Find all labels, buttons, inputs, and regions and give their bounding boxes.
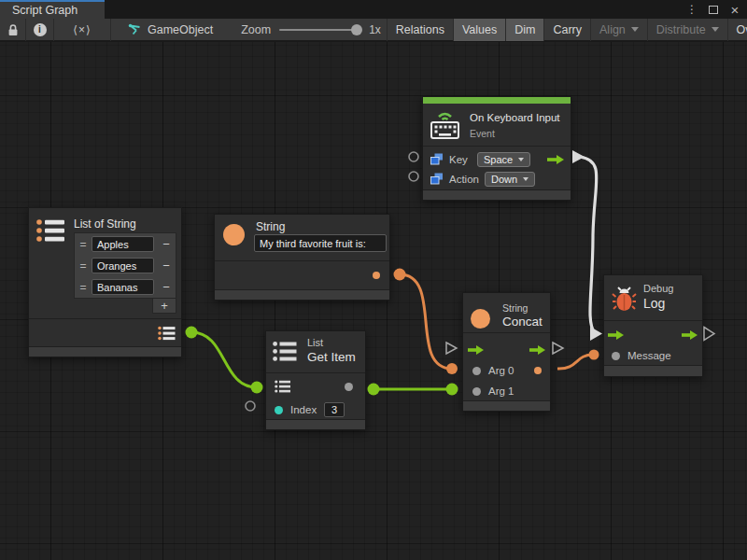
zoom-slider[interactable]	[279, 29, 361, 31]
remove-item-button[interactable]: −	[157, 259, 176, 273]
node-category: String	[502, 302, 528, 314]
node-footer	[604, 365, 702, 376]
action-port-label: Action	[449, 174, 479, 185]
remove-item-button[interactable]: −	[157, 237, 176, 251]
event-accent-bar	[423, 97, 571, 104]
zoom-slider-thumb[interactable]	[351, 24, 362, 35]
node-body	[215, 260, 389, 289]
flow-input-arrow-icon	[468, 345, 484, 355]
gameobject-reference[interactable]: GameObject	[128, 23, 213, 36]
key-dropdown[interactable]: Space	[477, 152, 530, 167]
result-output-dot	[534, 367, 542, 374]
list-output-icon	[158, 326, 176, 341]
list-item-field[interactable]: Bananas	[92, 279, 154, 295]
info-icon	[34, 23, 47, 36]
overview-button[interactable]: Overview	[727, 19, 747, 41]
flow-output-arrow-icon	[547, 155, 564, 164]
gameobject-label: GameObject	[148, 23, 213, 36]
relations-button[interactable]: Relations	[387, 19, 453, 41]
node-title: Get Item	[307, 350, 356, 364]
key-port-label: Key	[449, 154, 472, 165]
add-item-button[interactable]: +	[152, 298, 176, 314]
node-category: Debug	[643, 283, 673, 294]
window-controls	[685, 0, 745, 19]
index-label: Index	[290, 404, 317, 415]
variable-icon	[430, 173, 444, 185]
flow-input-arrow-icon	[608, 330, 624, 340]
align-dropdown[interactable]: Align	[590, 19, 647, 41]
list-item-row: = Bananas −	[75, 276, 176, 298]
tab-title: Script Graph	[12, 4, 78, 17]
arg0-input-dot	[472, 367, 481, 375]
node-body: Index 3	[266, 372, 365, 420]
drag-handle[interactable]: =	[75, 259, 92, 273]
node-body: Arg 0 Arg 1	[463, 332, 550, 401]
window-menu-icon[interactable]	[685, 2, 698, 17]
node-list-of-string[interactable]: List of String = Apples − = Oranges − = …	[28, 207, 182, 357]
node-body: Key Space Action Down	[423, 146, 571, 190]
zoom-value: 1x	[369, 23, 381, 36]
node-debug-log[interactable]: Debug Log Message	[603, 274, 703, 377]
list-icon	[36, 218, 65, 244]
node-footer	[463, 400, 550, 411]
flow-output-arrow-icon	[682, 330, 698, 340]
lock-icon	[7, 23, 19, 36]
node-title: List of String	[74, 217, 136, 231]
list-editor: = Apples − = Oranges − = Bananas −	[74, 232, 176, 299]
node-get-item[interactable]: List Get Item Index 3	[265, 330, 366, 430]
node-category: List	[307, 337, 323, 348]
lock-button[interactable]	[0, 19, 25, 41]
arg0-label: Arg 0	[488, 365, 514, 376]
zoom-label: Zoom	[241, 23, 271, 36]
message-label: Message	[627, 350, 671, 361]
node-title: On Keyboard Input	[470, 112, 560, 123]
string-icon	[223, 224, 245, 245]
window-titlebar: Script Graph	[0, 0, 747, 19]
drag-handle[interactable]: =	[75, 281, 92, 294]
list-input-icon	[275, 380, 291, 393]
edit-graph-button[interactable]	[54, 19, 110, 41]
string-value-field[interactable]: My third favorite fruit is:	[254, 234, 387, 252]
node-body	[29, 318, 181, 346]
list-icon	[273, 341, 298, 363]
node-concat[interactable]: String Concat Arg 0 Arg 1	[462, 292, 551, 412]
variable-icon	[430, 153, 444, 165]
flow-output-arrow-icon	[529, 345, 545, 355]
key-dropdown-value: Space	[484, 154, 513, 165]
values-button[interactable]: Values	[453, 19, 505, 41]
node-footer	[215, 289, 389, 300]
drag-handle[interactable]: =	[75, 238, 92, 251]
arg1-label: Arg 1	[488, 385, 514, 397]
action-dropdown[interactable]: Down	[485, 172, 535, 187]
unity-visual-scripting-window: Script Graph GameObj	[0, 0, 747, 560]
list-item-field[interactable]: Oranges	[92, 258, 154, 273]
node-title: Concat	[502, 315, 543, 329]
node-body: Message	[604, 320, 702, 367]
node-string-literal[interactable]: String My third favorite fruit is:	[214, 214, 390, 301]
string-icon	[471, 309, 490, 329]
graph-toolbar: GameObject Zoom 1x Relations Values Dim …	[0, 19, 747, 41]
code-icon	[73, 23, 91, 36]
node-footer	[29, 346, 181, 357]
close-icon[interactable]	[728, 2, 741, 17]
action-dropdown-value: Down	[491, 174, 517, 185]
item-output-dot	[345, 383, 353, 391]
node-on-keyboard-input[interactable]: On Keyboard Input Event Key Space	[422, 96, 571, 201]
list-item-field[interactable]: Apples	[92, 236, 154, 252]
dim-button[interactable]: Dim	[505, 19, 543, 41]
list-item-row: = Oranges −	[75, 255, 176, 276]
index-value-field[interactable]: 3	[324, 402, 345, 417]
message-input-dot	[612, 352, 620, 360]
keyboard-icon	[429, 107, 462, 143]
list-item-row: = Apples −	[75, 233, 176, 255]
tab-script-graph[interactable]: Script Graph	[0, 0, 105, 19]
remove-item-button[interactable]: −	[157, 280, 176, 294]
maximize-icon[interactable]	[709, 6, 718, 14]
node-header: On Keyboard Input Event	[423, 104, 571, 146]
node-title: Log	[643, 296, 665, 311]
info-button[interactable]	[26, 19, 53, 41]
node-title: String	[256, 220, 285, 233]
distribute-dropdown[interactable]: Distribute	[647, 19, 727, 41]
carry-button[interactable]: Carry	[543, 19, 590, 41]
node-footer	[266, 419, 365, 429]
